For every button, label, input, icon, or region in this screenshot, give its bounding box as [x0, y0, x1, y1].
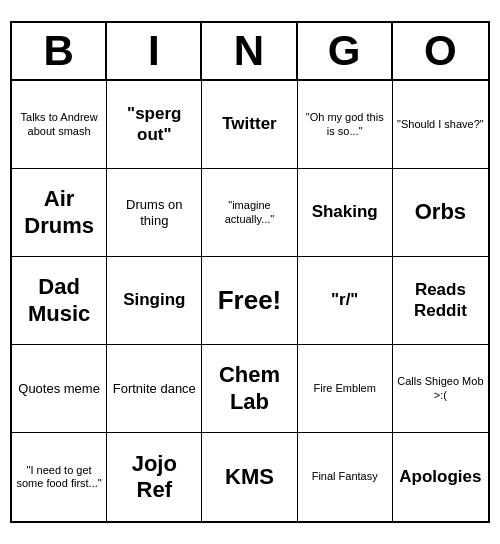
bingo-cell-18[interactable]: Fire Emblem — [298, 345, 393, 433]
bingo-card: B I N G O Talks to Andrew about smash"sp… — [10, 21, 490, 523]
header-g: G — [298, 23, 393, 79]
bingo-cell-7[interactable]: "imagine actually..." — [202, 169, 297, 257]
bingo-cell-14[interactable]: Reads Reddit — [393, 257, 488, 345]
bingo-cell-12[interactable]: Free! — [202, 257, 297, 345]
bingo-cell-15[interactable]: Quotes meme — [12, 345, 107, 433]
bingo-cell-22[interactable]: KMS — [202, 433, 297, 521]
bingo-cell-5[interactable]: Air Drums — [12, 169, 107, 257]
bingo-cell-9[interactable]: Orbs — [393, 169, 488, 257]
header-n: N — [202, 23, 297, 79]
header-b: B — [12, 23, 107, 79]
header-o: O — [393, 23, 488, 79]
bingo-cell-16[interactable]: Fortnite dance — [107, 345, 202, 433]
bingo-grid: Talks to Andrew about smash"sperg out"Tw… — [12, 81, 488, 521]
bingo-header: B I N G O — [12, 23, 488, 81]
bingo-cell-21[interactable]: Jojo Ref — [107, 433, 202, 521]
bingo-cell-4[interactable]: "Should I shave?" — [393, 81, 488, 169]
bingo-cell-17[interactable]: Chem Lab — [202, 345, 297, 433]
bingo-cell-6[interactable]: Drums on thing — [107, 169, 202, 257]
bingo-cell-23[interactable]: Final Fantasy — [298, 433, 393, 521]
bingo-cell-24[interactable]: Apologies — [393, 433, 488, 521]
bingo-cell-19[interactable]: Calls Shigeo Mob >:( — [393, 345, 488, 433]
bingo-cell-1[interactable]: "sperg out" — [107, 81, 202, 169]
bingo-cell-11[interactable]: Singing — [107, 257, 202, 345]
bingo-cell-10[interactable]: Dad Music — [12, 257, 107, 345]
header-i: I — [107, 23, 202, 79]
bingo-cell-3[interactable]: "Oh my god this is so..." — [298, 81, 393, 169]
bingo-cell-2[interactable]: Twitter — [202, 81, 297, 169]
bingo-cell-8[interactable]: Shaking — [298, 169, 393, 257]
bingo-cell-0[interactable]: Talks to Andrew about smash — [12, 81, 107, 169]
bingo-cell-13[interactable]: "r/" — [298, 257, 393, 345]
bingo-cell-20[interactable]: "I need to get some food first..." — [12, 433, 107, 521]
